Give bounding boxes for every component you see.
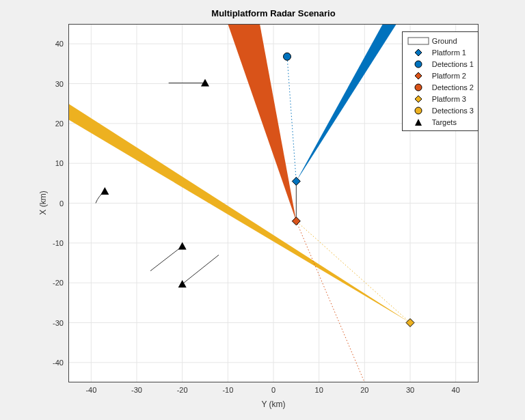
ytick: 0 [59, 199, 64, 208]
y-axis-label: X (km) [38, 191, 48, 214]
dotted-det1 [287, 57, 296, 182]
xtick: -30 [131, 386, 142, 394]
trail-4 [150, 247, 183, 271]
beam-platform3 [68, 104, 410, 323]
svg-rect-18 [408, 38, 429, 44]
beam-platform1 [296, 24, 396, 181]
legend-label: Platform 2 [432, 72, 466, 80]
ytick: 40 [55, 40, 64, 48]
chart-title: Multiplatform Radar Scenario [68, 8, 479, 18]
legend-item-detections1[interactable]: Detections 1 [407, 58, 474, 70]
ytick: -20 [53, 279, 64, 287]
ytick: -10 [53, 239, 64, 247]
dotted-det3 [296, 221, 410, 323]
xtick: -20 [177, 386, 188, 394]
ytick: 30 [55, 80, 64, 88]
xtick: 20 [360, 386, 368, 394]
legend-item-platform2[interactable]: Platform 2 [407, 70, 474, 81]
target-marker-1 [100, 187, 109, 195]
target-marker-4 [178, 280, 187, 288]
ytick: -30 [53, 319, 64, 327]
ytick: -40 [53, 359, 64, 367]
legend[interactable]: Ground Platform 1 Detections 1 Platform … [402, 31, 479, 131]
legend-label: Platform 1 [432, 48, 466, 57]
legend-label: Targets [432, 118, 457, 126]
target-marker-2 [201, 79, 209, 87]
legend-item-platform3[interactable]: Platform 3 [407, 93, 474, 104]
ytick: 10 [55, 159, 64, 167]
legend-label: Detections 2 [432, 83, 474, 92]
svg-point-21 [415, 107, 422, 114]
legend-item-ground[interactable]: Ground [407, 35, 474, 46]
svg-point-19 [415, 61, 422, 68]
xtick: 0 [271, 386, 275, 394]
xtick: -40 [85, 386, 96, 394]
legend-item-targets[interactable]: Targets [407, 116, 474, 128]
legend-label: Platform 3 [432, 95, 466, 103]
figure: Multiplatform Radar Scenario [0, 0, 525, 420]
svg-point-20 [415, 84, 422, 91]
detection-1-marker [284, 53, 291, 60]
legend-item-detections2[interactable]: Detections 2 [407, 81, 474, 93]
x-axis-label: Y (km) [68, 400, 479, 409]
xtick: -10 [222, 386, 233, 394]
xtick: 10 [315, 386, 323, 394]
legend-label: Detections 1 [432, 60, 474, 68]
legend-item-platform1[interactable]: Platform 1 [407, 46, 474, 58]
xtick: 30 [406, 386, 414, 394]
legend-label: Detections 3 [432, 107, 474, 115]
ytick: 20 [55, 120, 64, 128]
dotted-det2 [296, 221, 364, 382]
trail-5 [183, 255, 219, 284]
legend-item-detections3[interactable]: Detections 3 [407, 104, 474, 116]
xtick: 40 [452, 386, 460, 394]
platform-1-marker [292, 177, 300, 185]
legend-label: Ground [432, 37, 457, 45]
